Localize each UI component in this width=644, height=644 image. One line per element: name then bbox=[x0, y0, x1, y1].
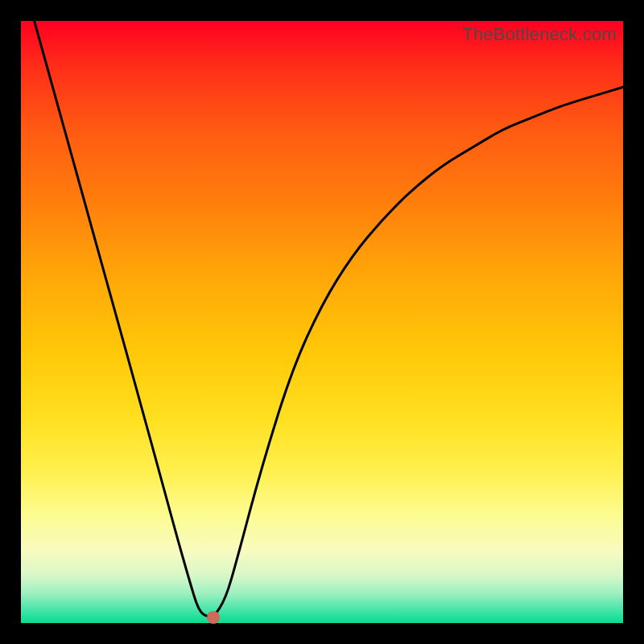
plot-area: TheBottleneck.com bbox=[21, 21, 623, 623]
marker-dot bbox=[207, 611, 220, 624]
curve-svg bbox=[21, 21, 623, 623]
chart-frame: TheBottleneck.com bbox=[0, 0, 644, 644]
bottleneck-curve bbox=[21, 21, 623, 617]
